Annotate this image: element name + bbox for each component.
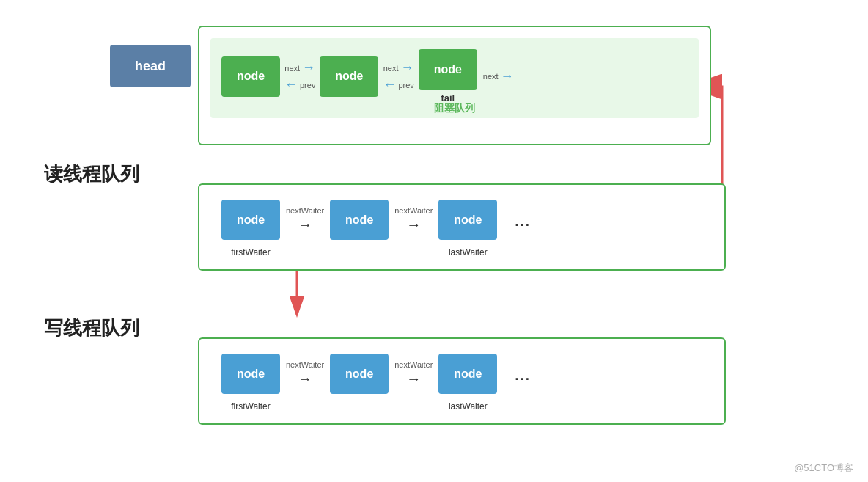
- node-3-tail: node: [419, 49, 477, 90]
- write-first-waiter-label: firstWaiter: [231, 401, 271, 412]
- read-queue-inner: node firstWaiter nextWaiter → node nextW…: [198, 183, 726, 271]
- inner-queue-label: 阻塞队列: [434, 102, 475, 115]
- next-arrow-1: next →: [284, 60, 315, 76]
- write-node-3: node: [438, 354, 497, 394]
- prev-arrow-1: ← prev: [284, 77, 315, 92]
- left-arrow-icon: ←: [284, 77, 298, 92]
- read-title: 读线程队列: [44, 161, 139, 187]
- read-node-3-wrapper: node lastWaiter: [438, 200, 497, 240]
- write-next-waiter-label-2: nextWaiter: [394, 360, 433, 369]
- arrows-after-tail: next →: [483, 69, 514, 84]
- prev-arrow-2: ← prev: [383, 77, 413, 92]
- write-queue-box: node firstWaiter nextWaiter → node nextW…: [198, 337, 726, 425]
- right-arrow-2: →: [406, 216, 421, 233]
- read-node-1-wrapper: node firstWaiter: [221, 200, 280, 240]
- top-section: head node next →: [110, 26, 711, 145]
- next-waiter-2: nextWaiter →: [394, 206, 433, 233]
- blocking-queue-outer-box: node next → ← prev: [198, 26, 711, 145]
- write-right-arrow-2: →: [406, 370, 421, 387]
- last-waiter-label: lastWaiter: [449, 247, 488, 258]
- write-node-1-wrapper: node firstWaiter: [221, 354, 280, 394]
- write-node-3-wrapper: node lastWaiter: [438, 354, 497, 394]
- next-waiter-1: nextWaiter →: [286, 206, 324, 233]
- write-dots: ...: [514, 362, 530, 385]
- node-1: node: [221, 56, 280, 97]
- write-title: 写线程队列: [44, 315, 139, 341]
- read-node-2: node: [330, 200, 389, 240]
- next-waiter-label-1: nextWaiter: [286, 206, 324, 215]
- write-node-2: node: [330, 354, 389, 394]
- node-1-wrapper: node: [221, 56, 280, 97]
- arrows-1-2: next → ← prev: [284, 60, 315, 92]
- node-2-wrapper: node: [320, 56, 378, 97]
- right-arrow-icon: →: [302, 60, 315, 76]
- next-arrow-2: next →: [383, 60, 414, 76]
- node-3-wrapper: node tail: [419, 49, 477, 103]
- node-2: node: [320, 56, 378, 97]
- main-container: head node next →: [0, 0, 868, 482]
- read-node-3: node: [438, 200, 497, 240]
- watermark: @51CTO博客: [794, 461, 853, 475]
- blocking-queue-inner: node next → ← prev: [210, 38, 699, 118]
- read-node-1: node: [221, 200, 280, 240]
- first-waiter-label: firstWaiter: [231, 247, 271, 258]
- write-node-1: node: [221, 354, 280, 394]
- write-right-arrow-1: →: [298, 370, 312, 387]
- write-next-waiter-label-1: nextWaiter: [286, 360, 324, 369]
- next-arrow-3: next →: [483, 69, 514, 84]
- read-dots: ...: [514, 208, 530, 231]
- read-node-2-wrapper: node: [330, 200, 389, 240]
- write-next-waiter-1: nextWaiter →: [286, 360, 324, 387]
- read-section: 读线程队列: [44, 161, 139, 194]
- write-section: 写线程队列: [44, 315, 139, 341]
- read-queue-box: node firstWaiter nextWaiter → node nextW…: [198, 183, 726, 271]
- head-label: head: [135, 59, 166, 74]
- arrows-2-3: next → ← prev: [383, 60, 413, 92]
- write-next-waiter-2: nextWaiter →: [394, 360, 433, 387]
- head-node: head: [110, 45, 191, 87]
- write-node-2-wrapper: node: [330, 354, 389, 394]
- write-last-waiter-label: lastWaiter: [449, 401, 488, 412]
- right-arrow-1: →: [298, 216, 312, 233]
- next-waiter-label-2: nextWaiter: [394, 206, 433, 215]
- write-queue-inner: node firstWaiter nextWaiter → node nextW…: [198, 337, 726, 425]
